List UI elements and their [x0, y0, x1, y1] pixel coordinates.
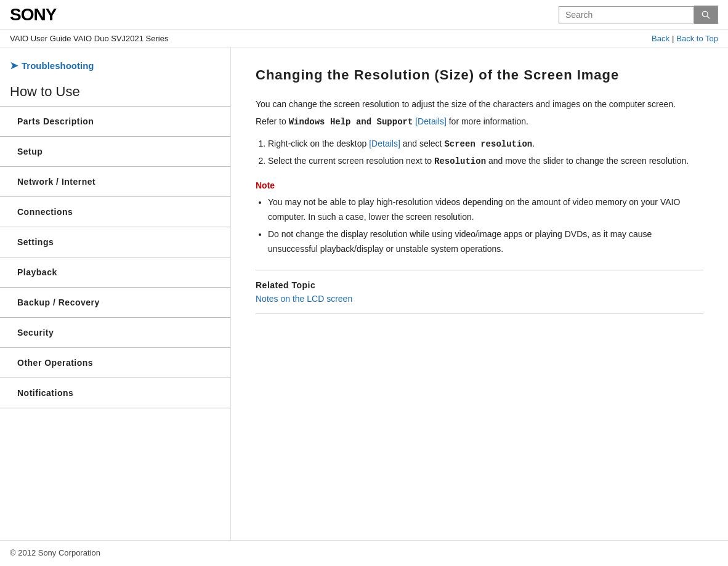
refer-bold: Windows Help and Support — [289, 117, 413, 127]
refer-suffix: for more information. — [447, 116, 528, 126]
sidebar-item-settings[interactable]: Settings — [0, 227, 230, 257]
step-2: Select the current screen resolution nex… — [268, 154, 703, 169]
back-to-top-link[interactable]: Back to Top — [676, 34, 718, 43]
back-link[interactable]: Back — [652, 34, 669, 43]
intro-text: You can change the screen resolution to … — [256, 97, 703, 111]
step1-end: . — [532, 139, 535, 148]
step1-details-link[interactable]: [Details] — [369, 139, 400, 148]
svg-point-0 — [702, 11, 708, 17]
how-to-use-heading: How to Use — [0, 79, 230, 107]
sidebar-item-parts-description[interactable]: Parts Description — [0, 107, 230, 137]
note-item-1: You may not be able to play high-resolut… — [268, 195, 703, 225]
search-icon — [702, 10, 710, 19]
sony-logo: SONY — [10, 5, 56, 25]
step-1: Right-click on the desktop [Details] and… — [268, 137, 703, 152]
footer: © 2012 Sony Corporation — [0, 540, 728, 565]
copyright-text: © 2012 Sony Corporation — [10, 548, 100, 557]
chevron-icon: ➤ — [10, 60, 18, 71]
svg-line-1 — [707, 16, 710, 18]
header: SONY — [0, 0, 728, 30]
related-topic-link[interactable]: Notes on the LCD screen — [256, 294, 352, 304]
note-title: Note — [256, 180, 703, 190]
step2-bold: Resolution — [434, 156, 486, 166]
refer-prefix: Refer to — [256, 116, 289, 126]
related-topic-title: Related Topic — [256, 280, 703, 290]
sidebar-item-security[interactable]: Security — [0, 318, 230, 348]
note-list: You may not be able to play high-resolut… — [268, 195, 703, 256]
sidebar-item-setup[interactable]: Setup — [0, 137, 230, 167]
page-title: Changing the Resolution (Size) of the Sc… — [256, 66, 703, 85]
breadcrumb-links: Back | Back to Top — [652, 34, 718, 43]
content-area: Changing the Resolution (Size) of the Sc… — [231, 47, 728, 540]
step1-suffix: and select — [400, 139, 445, 148]
troubleshooting-label: Troubleshooting — [22, 60, 94, 71]
guide-title: VAIO User Guide VAIO Duo SVJ2021 Series — [10, 34, 168, 43]
sidebar-item-notifications[interactable]: Notifications — [0, 378, 230, 408]
related-topic-section: Related Topic Notes on the LCD screen — [256, 270, 703, 314]
sidebar-item-backup-recovery[interactable]: Backup / Recovery — [0, 288, 230, 318]
troubleshooting-heading[interactable]: ➤ Troubleshooting — [0, 60, 230, 79]
sidebar-item-playback[interactable]: Playback — [0, 257, 230, 288]
refer-details-link[interactable]: [Details] — [415, 116, 447, 126]
search-area — [559, 6, 718, 24]
sidebar-item-other-operations[interactable]: Other Operations — [0, 348, 230, 378]
search-button[interactable] — [694, 6, 718, 24]
note-section: Note You may not be able to play high-re… — [256, 180, 703, 256]
main-layout: ➤ Troubleshooting How to Use Parts Descr… — [0, 47, 728, 540]
sidebar-item-connections[interactable]: Connections — [0, 197, 230, 227]
step1-bold: Screen resolution — [444, 139, 532, 149]
sidebar-item-network-internet[interactable]: Network / Internet — [0, 167, 230, 197]
search-input[interactable] — [559, 6, 694, 23]
refer-line: Refer to Windows Help and Support [Detai… — [256, 115, 703, 129]
sidebar: ➤ Troubleshooting How to Use Parts Descr… — [0, 47, 231, 540]
steps-list: Right-click on the desktop [Details] and… — [268, 137, 703, 170]
note-item-2: Do not change the display resolution whi… — [268, 227, 703, 257]
step1-prefix: Right-click on the desktop — [268, 139, 369, 148]
step2-prefix: Select the current screen resolution nex… — [268, 156, 434, 166]
breadcrumb-bar: VAIO User Guide VAIO Duo SVJ2021 Series … — [0, 30, 728, 47]
breadcrumb-separator: | — [672, 34, 674, 43]
step2-suffix: and move the slider to change the screen… — [486, 156, 689, 166]
